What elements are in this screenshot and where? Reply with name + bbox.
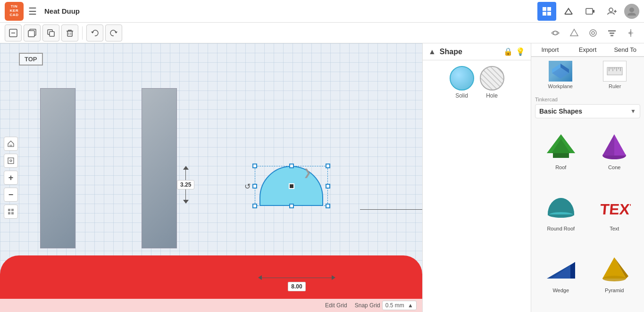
workplane-item[interactable]: Workplane — [535, 61, 586, 89]
build-view-button[interactable] — [559, 2, 578, 21]
handle-bottom-right[interactable] — [326, 204, 330, 208]
lightbulb-icon[interactable]: 💡 — [516, 47, 525, 56]
scroll-right-indicator: ❯ — [303, 167, 311, 178]
pyramid-icon — [595, 253, 633, 286]
panel-collapse-button[interactable]: ▲ — [428, 48, 436, 56]
lib-top-buttons: Import Export Send To — [531, 43, 644, 57]
copy-button[interactable] — [24, 25, 41, 41]
grid-view-button[interactable] — [537, 2, 556, 21]
export-button[interactable]: Export — [569, 43, 607, 57]
undo-button[interactable] — [86, 25, 103, 41]
snap-dropdown-arrow[interactable]: ▲ — [408, 302, 413, 309]
svg-rect-35 — [8, 209, 10, 211]
zoom-out-button[interactable]: − — [4, 188, 18, 202]
svg-rect-0 — [543, 7, 546, 11]
handle-mid-left[interactable] — [252, 184, 257, 189]
solid-type[interactable]: Solid — [450, 66, 474, 99]
send-to-button[interactable]: Send To — [606, 43, 644, 57]
svg-rect-14 — [28, 31, 34, 37]
main-area: TOP + − — [0, 43, 644, 312]
lib-category-dropdown[interactable]: Basic Shapes ▼ — [535, 104, 640, 118]
round-roof-icon — [542, 191, 580, 224]
left-controls: + − — [4, 137, 18, 219]
sim-view-button[interactable] — [581, 2, 600, 21]
shape-item-text[interactable]: TEXT Text — [589, 187, 641, 246]
shape-item-round-roof[interactable]: Round Roof — [535, 187, 587, 246]
width-dimension: 8.00 — [258, 275, 335, 290]
cone-label: Cone — [608, 164, 620, 170]
svg-rect-33 — [8, 158, 14, 164]
handle-top-center[interactable] — [289, 164, 294, 168]
shape-panel: ▲ Shape 🔒 💡 Solid Hole — [422, 43, 531, 312]
handle-bottom-center[interactable] — [289, 204, 294, 208]
tinkercad-label: Tinkercad — [535, 97, 558, 102]
shape-tool-button[interactable] — [566, 25, 583, 41]
pyramid-label: Pyramid — [605, 287, 624, 293]
roof-icon — [542, 130, 580, 163]
viewport[interactable]: TOP + − — [0, 43, 422, 312]
bottom-bar: Edit Grid Snap Grid 0.5 mm ▲ — [0, 299, 422, 312]
svg-rect-1 — [547, 7, 551, 11]
solid-sphere-icon — [450, 66, 474, 90]
snap-grid-label: Snap Grid — [355, 302, 380, 309]
rotate-handle[interactable]: ↺ — [244, 181, 251, 190]
home-view-button[interactable] — [4, 137, 18, 151]
align-button[interactable] — [603, 25, 620, 41]
handle-top-left[interactable] — [252, 164, 257, 168]
lock-icon[interactable]: 🔒 — [503, 47, 513, 56]
selection-box: ↺ — [255, 166, 328, 206]
reset-view-button[interactable] — [4, 205, 18, 219]
shape-item-pyramid[interactable]: Pyramid — [589, 249, 641, 308]
zoom-in-button[interactable]: + — [4, 171, 18, 185]
project-name: Neat Duup — [44, 7, 80, 15]
new-shape-button[interactable] — [5, 25, 22, 41]
svg-rect-28 — [611, 35, 613, 36]
lib-header: Tinkercad Basic Shapes ▼ — [531, 93, 644, 122]
fit-button[interactable] — [4, 154, 18, 168]
hole-type[interactable]: Hole — [480, 66, 504, 99]
svg-marker-30 — [628, 31, 631, 35]
gray-shape-2[interactable] — [142, 88, 177, 248]
svg-point-10 — [629, 8, 634, 12]
shape-item-wedge[interactable]: Wedge — [535, 249, 587, 308]
toolbar — [0, 23, 644, 43]
shape-item-cone[interactable]: Cone — [589, 126, 641, 185]
edit-grid-label[interactable]: Edit Grid — [325, 302, 347, 309]
selected-shape[interactable]: ↺ — [255, 166, 328, 206]
snap-value[interactable]: 0.5 mm ▲ — [382, 301, 417, 310]
gray-shape-1[interactable] — [40, 88, 75, 248]
handle-bottom-left[interactable] — [252, 204, 257, 208]
duplicate-button[interactable] — [42, 25, 59, 41]
app-menu-icon[interactable]: ☰ — [28, 6, 37, 17]
snap-grid-container: Snap Grid 0.5 mm ▲ — [355, 301, 417, 310]
solid-label: Solid — [455, 92, 468, 99]
ruler-item[interactable]: Ruler — [590, 61, 641, 89]
redo-button[interactable] — [105, 25, 122, 41]
svg-rect-52 — [553, 153, 569, 158]
shape-types: Solid Hole — [423, 60, 531, 105]
user-avatar[interactable] — [624, 4, 639, 19]
visibility-toggle-button[interactable] — [547, 25, 564, 41]
import-button[interactable]: Import — [531, 43, 569, 57]
ruler-label: Ruler — [609, 83, 621, 89]
add-user-button[interactable] — [602, 2, 621, 21]
svg-text:TEXT: TEXT — [600, 201, 631, 218]
svg-point-7 — [609, 8, 613, 12]
shape-item-roof[interactable]: Roof — [535, 126, 587, 185]
group-button[interactable] — [585, 25, 602, 41]
toolbar-right-icons — [547, 25, 639, 41]
handle-mid-right[interactable] — [326, 184, 330, 189]
svg-rect-27 — [610, 33, 614, 34]
shapes-grid: Roof Cone — [531, 122, 644, 312]
svg-rect-6 — [593, 10, 594, 13]
delete-button[interactable] — [61, 25, 78, 41]
svg-rect-5 — [586, 8, 593, 14]
hole-label: Hole — [486, 92, 498, 99]
svg-marker-61 — [602, 257, 626, 279]
panel-header-icons: 🔒 💡 — [503, 47, 525, 56]
center-handle[interactable] — [289, 183, 294, 189]
cone-icon — [595, 130, 633, 163]
svg-marker-23 — [570, 29, 578, 36]
mirror-button[interactable] — [622, 25, 639, 41]
handle-top-right[interactable] — [326, 164, 330, 168]
